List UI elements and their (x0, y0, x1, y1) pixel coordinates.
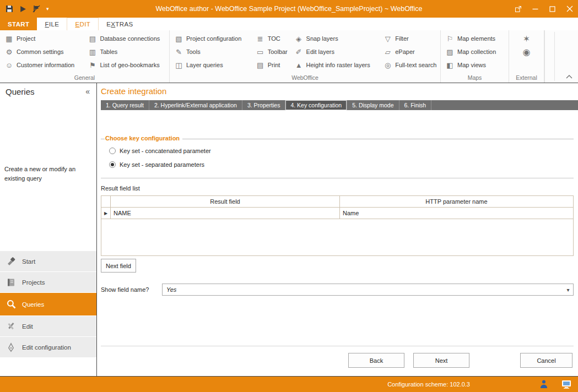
show-field-name-label: Show field name? (101, 286, 149, 293)
ribbon-item-map-collection[interactable]: ▨Map collection (441, 45, 509, 58)
ribbon-item-map-elements[interactable]: ⚐Map elements (441, 32, 509, 45)
map-collection-icon: ▨ (445, 48, 455, 56)
radio-label: Key set - concatenated parameter (120, 148, 211, 154)
ribbon-item-snap-layers[interactable]: ◈Snap layers (290, 32, 379, 45)
tab-extras[interactable]: EXTRAS (99, 18, 141, 30)
sidebar-item-label: Projects (22, 279, 45, 286)
radio-circle-icon (109, 148, 116, 154)
sidebar-item-projects[interactable]: Projects (0, 272, 96, 293)
ribbon-item-common-settings[interactable]: ⚙Common settings (0, 45, 84, 58)
back-button[interactable]: Back (348, 353, 404, 368)
radio-circle-selected-icon (109, 161, 116, 168)
ribbon-item-customer-information[interactable]: ☺Customer information (0, 58, 84, 72)
ribbon-item-edit-layers[interactable]: ✐Edit layers (290, 45, 379, 58)
radio-key-set-concatenated[interactable]: Key set - concatenated parameter (109, 148, 211, 154)
ribbon-group-label-external: External (509, 74, 544, 81)
sidebar-item-start[interactable]: Start (0, 251, 96, 272)
result-field-table: Result field HTTP parameter name ▶ NAME … (101, 195, 574, 256)
collapse-ribbon-icon[interactable] (566, 73, 572, 80)
print-icon: ▤ (256, 61, 265, 69)
ribbon-item-tables[interactable]: ▥Tables (84, 45, 170, 58)
ribbon-item-database-connections[interactable]: ▤Database connections (84, 32, 170, 45)
wizard-step-query-result[interactable]: 1. Query result (101, 100, 149, 110)
ribbon-item-external-pin[interactable]: ✶ (509, 32, 544, 45)
show-field-name-select[interactable]: Yes ▾ (162, 284, 574, 296)
projects-icon (5, 276, 17, 288)
ribbon-item-toolbar[interactable]: ▭Toolbar (251, 45, 290, 58)
user-status-icon[interactable] (539, 379, 548, 389)
ribbon-group-weboffice: ▧Project configuration ✎Tools ◫Layer que… (170, 30, 441, 83)
next-field-button[interactable]: Next field (101, 259, 136, 273)
ribbon-item-print[interactable]: ▤Print (251, 58, 290, 72)
ribbon-item-project[interactable]: ▦Project (0, 32, 84, 45)
wizard-step-finish[interactable]: 6. Finish (399, 100, 432, 110)
column-header-http-parameter-name[interactable]: HTTP parameter name (339, 196, 573, 207)
ribbon-group-maps: ⚐Map elements ▨Map collection ◧Map views… (441, 30, 509, 83)
cell-http-parameter-name[interactable]: Name (339, 208, 573, 219)
dropdown-arrow-icon: ▾ (563, 287, 573, 293)
toc-icon: ≣ (256, 35, 265, 43)
tab-file[interactable]: FILE (37, 18, 67, 30)
customer-information-icon: ☺ (4, 61, 14, 69)
ribbon-item-filter[interactable]: ▽Filter (379, 32, 440, 45)
ribbon-item-map-views[interactable]: ◧Map views (441, 58, 509, 72)
table-row[interactable]: ▶ NAME Name (101, 208, 573, 219)
full-text-search-icon: ◎ (383, 61, 392, 69)
epaper-icon: ▱ (383, 48, 392, 56)
minimize-icon[interactable] (527, 0, 544, 18)
ribbon-item-epaper[interactable]: ▱ePaper (379, 45, 440, 58)
ribbon-group-label-weboffice: WebOffice (170, 74, 440, 81)
ribbon-item-tools[interactable]: ✎Tools (170, 45, 251, 58)
tab-start[interactable]: START (0, 18, 37, 30)
row-selector-cell[interactable]: ▶ (101, 208, 110, 219)
maximize-icon[interactable] (544, 0, 561, 18)
sidebar-item-queries[interactable]: Queries (0, 293, 96, 316)
wizard-step-display-mode[interactable]: 5. Display mode (347, 100, 399, 110)
queries-icon (5, 298, 17, 311)
ribbon-item-project-configuration[interactable]: ▧Project configuration (170, 32, 251, 45)
result-field-list-label: Result field list (101, 185, 140, 192)
wizard-step-properties[interactable]: 3. Properties (242, 100, 286, 110)
edit-layers-icon: ✐ (294, 48, 304, 56)
toolbar-icon: ▭ (256, 48, 265, 56)
cancel-button[interactable]: Cancel (520, 353, 572, 368)
sidebar-nav: Start Projects Queries (0, 251, 96, 358)
ribbon-item-full-text-search[interactable]: ◎Full-text search (379, 58, 440, 72)
column-header-result-field[interactable]: Result field (110, 196, 339, 207)
gear-icon: ⚙ (4, 48, 14, 56)
sidebar-item-label: Queries (22, 301, 44, 308)
wizard-step-hyperlink[interactable]: 2. Hyperlink/External application (149, 100, 242, 110)
statusbar: Configuration scheme: 102.0.3 (0, 377, 578, 392)
close-icon[interactable] (561, 0, 578, 18)
collapse-sidebar-icon[interactable]: « (85, 87, 90, 96)
weboffice-author-window: ▾ WebOffice author - WebOffice Sample Pr… (0, 0, 578, 392)
save-icon[interactable] (6, 5, 13, 13)
sidebar-title: Queries (6, 87, 35, 96)
quick-access-caret-icon[interactable]: ▾ (46, 6, 49, 12)
page-title: Create integration (101, 86, 166, 96)
wizard-step-key-configuration[interactable]: 4. Key configuration (285, 100, 347, 110)
project-configuration-icon: ▧ (174, 35, 183, 43)
display-status-icon[interactable] (561, 380, 571, 389)
stop-preview-icon[interactable] (33, 5, 40, 13)
window-title: WebOffice author - WebOffice Sample Proj… (0, 5, 578, 13)
sidebar-item-edit[interactable]: Edit (0, 316, 96, 337)
main-panel: Create integration 1. Query result 2. Hy… (97, 83, 578, 376)
tab-edit[interactable]: EDIT (67, 18, 99, 30)
titlebar: ▾ WebOffice author - WebOffice Sample Pr… (0, 0, 578, 18)
ribbon-group-label-general: General (0, 74, 169, 81)
ribbon-end-spacer (544, 30, 578, 83)
search-location-icon: ◉ (522, 47, 531, 57)
ribbon-item-layer-queries[interactable]: ◫Layer queries (170, 58, 251, 72)
cell-result-field[interactable]: NAME (110, 208, 339, 219)
sidebar-item-edit-configuration[interactable]: Edit configuration (0, 337, 96, 358)
ribbon-item-external-search-location[interactable]: ◉ (509, 45, 544, 58)
ribbon-item-geo-bookmarks[interactable]: ⚑List of geo-bookmarks (84, 58, 170, 72)
run-preview-icon[interactable] (19, 6, 26, 13)
ribbon-item-height-info-raster-layers[interactable]: ▲Height info raster layers (290, 58, 379, 72)
radio-key-set-separated[interactable]: Key set - separated parameters (109, 161, 204, 168)
ribbon-item-toc[interactable]: ≣TOC (251, 32, 290, 45)
next-button[interactable]: Next (413, 353, 469, 368)
row-selector-icon: ▶ (104, 211, 107, 216)
popout-icon[interactable] (510, 0, 527, 18)
